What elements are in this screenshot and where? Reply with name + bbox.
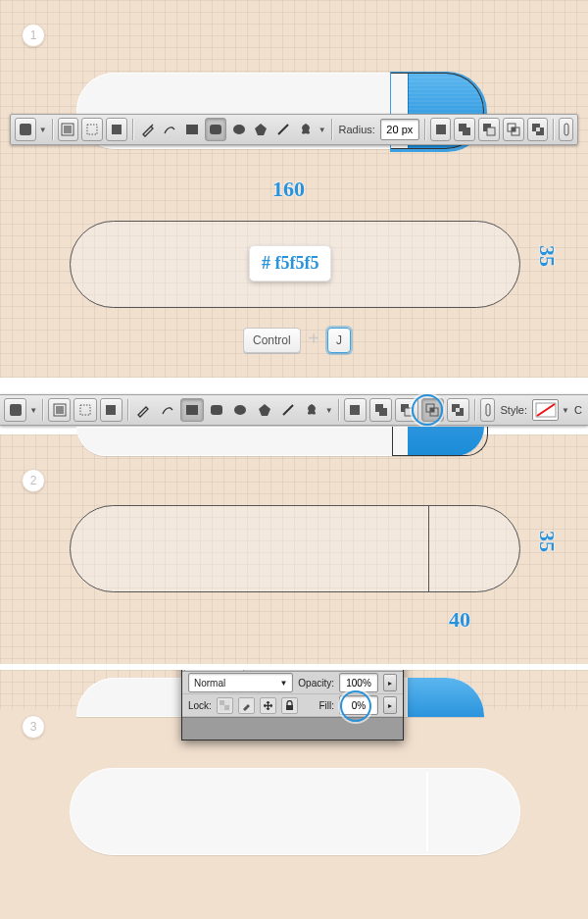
svg-rect-10 <box>436 125 446 134</box>
lock-position-icon[interactable] <box>260 697 276 714</box>
tool-custom-shape[interactable] <box>302 399 322 421</box>
svg-rect-4 <box>112 125 122 134</box>
foreground-swatch[interactable] <box>15 118 36 141</box>
svg-point-29 <box>234 405 246 415</box>
tool-rounded-rectangle[interactable] <box>207 399 227 421</box>
step-badge-3: 3 <box>22 715 45 739</box>
plus-icon: + <box>306 332 321 347</box>
pathop-add[interactable] <box>454 118 475 141</box>
tool-custom-shape[interactable] <box>296 119 316 140</box>
pathop-new[interactable] <box>344 398 367 422</box>
foreground-swatch[interactable] <box>4 398 26 422</box>
lock-pixels-icon[interactable] <box>238 697 255 714</box>
key-j: J <box>327 328 351 353</box>
style-label: Style: <box>498 404 529 416</box>
layers-list-area <box>182 717 403 740</box>
svg-rect-6 <box>210 125 221 134</box>
tool-rounded-rectangle[interactable] <box>205 118 226 141</box>
tool-rectangle[interactable] <box>182 119 202 140</box>
lock-transparency-icon[interactable] <box>217 697 233 714</box>
tool-ellipse[interactable] <box>230 399 251 421</box>
inner-divider <box>428 505 429 592</box>
step-3-panel: 3 LAYERS ▾≡ Normal▼ Opacity: ▸ Lock: <box>0 670 588 919</box>
mode-paths[interactable] <box>81 118 103 141</box>
radius-label: Radius: <box>337 124 377 135</box>
mode-shape-layers[interactable] <box>58 118 79 141</box>
mode-shape-layers[interactable] <box>48 398 71 422</box>
lock-all-icon[interactable] <box>281 697 298 714</box>
pill-top-slice <box>76 427 484 456</box>
step-badge-1: 1 <box>22 24 45 47</box>
opacity-label: Opacity: <box>298 678 334 689</box>
tool-freeform-pen[interactable] <box>157 399 177 421</box>
style-swatch[interactable] <box>532 399 559 421</box>
pathop-subtract[interactable] <box>395 398 417 422</box>
pathop-exclude[interactable] <box>527 118 549 141</box>
svg-rect-36 <box>405 408 413 416</box>
svg-rect-0 <box>20 124 31 135</box>
mode-paths[interactable] <box>74 398 96 422</box>
mode-fill-pixels[interactable] <box>106 118 127 141</box>
svg-rect-22 <box>10 404 22 416</box>
tool-freeform-pen[interactable] <box>160 119 179 140</box>
tool-line[interactable] <box>277 399 298 421</box>
tool-polygon[interactable] <box>251 119 270 140</box>
svg-rect-28 <box>211 405 222 415</box>
tool-rectangle[interactable] <box>180 398 203 422</box>
svg-rect-39 <box>430 408 434 412</box>
shape-options-bar: ▼ ▼ Radius: <box>10 114 578 145</box>
panel-options-icon[interactable]: ▾≡ <box>385 670 403 671</box>
tool-pen[interactable] <box>133 399 154 421</box>
tool-polygon[interactable] <box>254 399 274 421</box>
key-control: Control <box>243 328 301 353</box>
measure-offset: 40 <box>449 607 470 633</box>
svg-rect-25 <box>80 405 90 415</box>
svg-rect-21 <box>564 124 568 135</box>
pathop-subtract[interactable] <box>478 118 500 141</box>
color-label-truncated: C <box>572 404 584 416</box>
pathop-add[interactable] <box>369 398 392 422</box>
pathop-intersect[interactable] <box>421 398 444 422</box>
svg-rect-42 <box>456 408 460 412</box>
svg-rect-32 <box>350 405 360 415</box>
swatch-dropdown[interactable]: ▼ <box>29 406 37 415</box>
svg-rect-17 <box>512 128 515 131</box>
style-dropdown[interactable]: ▼ <box>562 406 569 415</box>
blend-mode-select[interactable]: Normal▼ <box>188 673 293 692</box>
shape-dropdown[interactable]: ▼ <box>325 406 333 415</box>
svg-marker-8 <box>255 124 267 135</box>
radius-input[interactable] <box>380 119 419 140</box>
svg-rect-49 <box>286 705 293 710</box>
opacity-flyout[interactable]: ▸ <box>383 674 397 691</box>
swatch-dropdown[interactable]: ▼ <box>39 126 47 134</box>
layers-tab[interactable]: LAYERS <box>184 670 244 671</box>
separator-line <box>426 772 428 851</box>
svg-line-31 <box>283 405 293 415</box>
tool-line[interactable] <box>273 119 293 140</box>
tool-ellipse[interactable] <box>229 119 249 140</box>
pathop-intersect[interactable] <box>503 118 524 141</box>
opacity-input[interactable] <box>339 673 378 692</box>
fill-flyout[interactable]: ▸ <box>383 696 397 714</box>
svg-rect-48 <box>224 705 229 710</box>
blend-opacity-row: Normal▼ Opacity: ▸ <box>182 672 403 694</box>
layers-panel: LAYERS ▾≡ Normal▼ Opacity: ▸ Lock: Fill:… <box>181 670 404 740</box>
svg-rect-14 <box>487 128 495 135</box>
link-styles-icon[interactable] <box>480 398 496 422</box>
measure-width: 160 <box>272 177 305 202</box>
svg-rect-5 <box>186 125 198 134</box>
svg-rect-24 <box>56 406 64 414</box>
pill-result <box>70 768 520 855</box>
shape-dropdown[interactable]: ▼ <box>318 126 326 134</box>
svg-rect-43 <box>486 404 490 416</box>
link-styles-icon[interactable] <box>559 118 573 141</box>
pill-outline <box>70 505 520 592</box>
svg-rect-20 <box>536 128 540 131</box>
mode-fill-pixels[interactable] <box>100 398 122 422</box>
pathop-exclude[interactable] <box>447 398 469 422</box>
cap-sel-outline <box>392 427 488 456</box>
pathop-new[interactable] <box>430 118 452 141</box>
svg-line-9 <box>278 125 288 134</box>
tool-pen[interactable] <box>138 119 158 140</box>
fill-input[interactable] <box>339 695 378 715</box>
